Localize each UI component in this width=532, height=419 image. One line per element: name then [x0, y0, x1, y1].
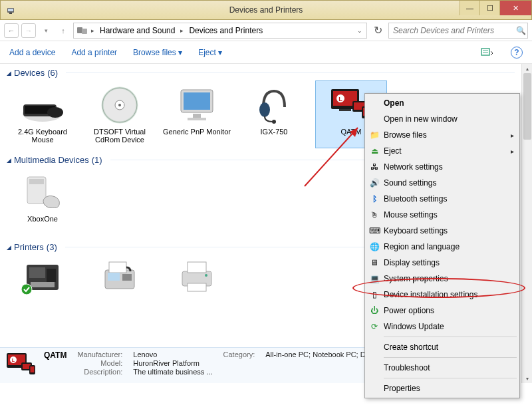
search-input[interactable]	[389, 26, 515, 35]
svg-rect-16	[193, 114, 201, 118]
folder-icon: 📁	[369, 130, 380, 140]
device-item-headset[interactable]: IGX-750	[238, 80, 310, 148]
search-icon: 🔍	[515, 26, 527, 35]
menu-item-troubleshoot[interactable]: Troubleshoot	[366, 360, 518, 376]
svg-point-13	[118, 104, 121, 106]
menu-item-keyboard[interactable]: ⌨Keyboard settings	[366, 223, 518, 239]
menu-item-browse-files[interactable]: 📁Browse files▸	[366, 127, 518, 143]
device-install-icon: ▯	[369, 289, 380, 300]
browse-files-button[interactable]: Browse files ▾	[133, 48, 182, 57]
command-bar: Add a device Add a printer Browse files …	[0, 41, 532, 64]
svg-rect-33	[47, 269, 56, 282]
menu-item-display[interactable]: 🖥Display settings	[366, 255, 518, 271]
printer-item-fax[interactable]: Fax	[84, 255, 156, 293]
bluetooth-icon: ᛒ	[369, 194, 380, 204]
back-button[interactable]: ←	[4, 23, 19, 38]
maximize-button[interactable]: ☐	[479, 1, 499, 15]
svg-rect-17	[188, 118, 206, 120]
headset-icon	[251, 84, 297, 126]
svg-rect-34	[31, 282, 55, 287]
search-box[interactable]: 🔍	[388, 23, 528, 39]
printer-icon	[174, 258, 220, 295]
svg-rect-32	[29, 267, 45, 278]
eject-icon: ⏏	[369, 146, 380, 156]
menu-item-open[interactable]: Open	[366, 95, 518, 111]
update-icon: ⟳	[369, 321, 380, 332]
vertical-scrollbar[interactable]: ▴ ▾	[521, 64, 532, 383]
globe-icon: 🌐	[369, 241, 380, 252]
refresh-button[interactable]: ↻	[370, 23, 386, 39]
menu-item-create-shortcut[interactable]: Create shortcut	[366, 339, 518, 355]
svg-point-9	[47, 107, 63, 118]
svg-rect-37	[109, 262, 126, 273]
view-options-button[interactable]	[480, 46, 495, 59]
printer-item-xps[interactable]: Microsoft XPS	[161, 255, 233, 293]
details-icon: L	[5, 350, 37, 380]
menu-item-properties[interactable]: Properties	[366, 380, 518, 396]
device-item-xbox[interactable]: XboxOne	[7, 168, 78, 235]
svg-text:L: L	[338, 96, 342, 102]
svg-rect-24	[339, 109, 351, 111]
keyboard-icon: ⌨	[369, 225, 380, 236]
recent-locations-button[interactable]: ▾	[39, 23, 53, 38]
svg-text:L: L	[12, 358, 15, 362]
chevron-right-icon: ▸	[179, 27, 185, 34]
svg-rect-30	[29, 179, 44, 184]
close-button[interactable]: ✕	[499, 1, 531, 15]
breadcrumb-root-icon	[76, 26, 88, 35]
menu-item-network[interactable]: 🖧Network settings	[366, 159, 518, 175]
menu-item-device-installation[interactable]: ▯Device installation settings	[366, 287, 518, 303]
scrollbar-thumb[interactable]	[523, 73, 531, 140]
up-button[interactable]: ↑	[56, 23, 70, 38]
svg-point-18	[259, 102, 270, 117]
multifunction-printer-icon	[19, 258, 66, 295]
menu-item-bluetooth[interactable]: ᛒBluetooth settings	[366, 191, 518, 207]
device-item-monitor[interactable]: Generic PnP Monitor	[161, 80, 233, 148]
context-menu: Open Open in new window 📁Browse files▸ ⏏…	[364, 93, 520, 398]
details-name: QATM	[44, 350, 66, 360]
menu-separator	[384, 337, 517, 337]
breadcrumb-item[interactable]: Hardware and Sound	[97, 26, 178, 35]
add-printer-button[interactable]: Add a printer	[71, 48, 117, 57]
menu-item-windows-update[interactable]: ⟳Windows Update	[366, 319, 518, 335]
title-bar: Devices and Printers — ☐ ✕	[0, 0, 532, 20]
menu-item-open-new-window[interactable]: Open in new window	[366, 111, 518, 127]
menu-item-region[interactable]: 🌐Region and language	[366, 239, 518, 255]
menu-separator	[384, 378, 517, 378]
menu-separator	[384, 357, 517, 358]
chevron-down-icon[interactable]: ⌄	[356, 27, 364, 34]
power-icon: ⏻	[369, 305, 380, 316]
fax-icon	[96, 258, 143, 295]
nav-bar: ← → ▾ ↑ ▸ Hardware and Sound ▸ Devices a…	[0, 20, 532, 41]
menu-item-system[interactable]: 💻System properties	[366, 271, 518, 287]
svg-rect-4	[82, 29, 87, 34]
xbox-icon	[19, 171, 66, 213]
svg-rect-39	[122, 274, 132, 281]
sound-icon: 🔊	[369, 178, 380, 188]
scroll-up-button[interactable]: ▴	[522, 64, 532, 73]
printer-item-canon[interactable]: Canon MF210	[7, 255, 78, 293]
monitor-icon	[174, 84, 220, 126]
help-button[interactable]: ?	[511, 47, 523, 59]
menu-item-sound[interactable]: 🔊Sound settings	[366, 175, 518, 191]
breadcrumb-item[interactable]: Devices and Printers	[186, 26, 265, 35]
group-header-devices[interactable]: ◢ Devices (6)	[0, 64, 521, 79]
device-item-cdrom[interactable]: DTSOFT Virtual CdRom Device	[84, 80, 156, 148]
menu-item-power[interactable]: ⏻Power options	[366, 303, 518, 319]
device-item-keyboard-mouse[interactable]: 2.4G Keyboard Mouse	[7, 80, 78, 148]
mouse-icon: 🖱	[369, 210, 380, 220]
svg-point-43	[205, 274, 207, 277]
menu-item-mouse[interactable]: 🖱Mouse settings	[366, 207, 518, 223]
svg-rect-51	[31, 366, 35, 372]
scroll-down-button[interactable]: ▾	[522, 374, 532, 383]
minimize-button[interactable]: —	[460, 1, 479, 15]
chevron-right-icon: ▸	[90, 27, 96, 34]
menu-item-eject[interactable]: ⏏Eject▸	[366, 143, 518, 159]
add-device-button[interactable]: Add a device	[9, 48, 55, 57]
svg-rect-38	[108, 273, 120, 281]
forward-button[interactable]: →	[21, 23, 36, 38]
breadcrumb[interactable]: ▸ Hardware and Sound ▸ Devices and Print…	[73, 23, 367, 39]
svg-point-19	[272, 120, 276, 124]
eject-button[interactable]: Eject ▾	[198, 48, 222, 57]
svg-rect-3	[77, 27, 82, 33]
